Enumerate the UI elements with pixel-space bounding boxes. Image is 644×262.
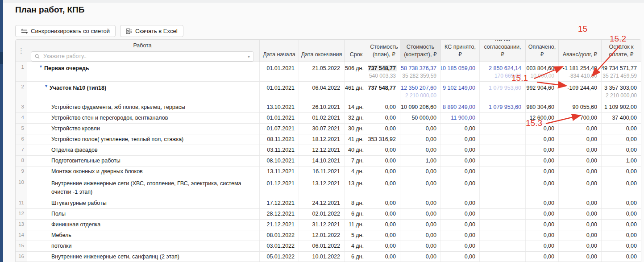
value-main: 13.12.2021	[312, 179, 340, 187]
value-main: 0,00	[385, 146, 396, 154]
column-header: КС принято, ₽	[441, 40, 480, 62]
value-main: 0,00	[544, 231, 554, 239]
cell-work-name: Финишная отделка	[27, 220, 260, 230]
chevron-down-icon[interactable]: ▾	[248, 54, 250, 60]
column-header: КС на согласовании, ₽	[480, 40, 526, 62]
table-row[interactable]: 12Полы28.12.202102.01.20226 дн.0,000,000…	[16, 209, 641, 220]
value-main: 1 079 953,60	[489, 84, 521, 92]
table-row[interactable]: 8Подготовительные работы08.10.202114.10.…	[16, 156, 641, 166]
cell-ks-pending: 2 850 624,14170 669,00	[480, 62, 526, 81]
value-main: 0,00	[626, 199, 637, 207]
sidebar-scroll-thumb[interactable]	[0, 52, 3, 64]
value-main: 0,00	[426, 242, 436, 250]
cell-duration: 14 дн.	[345, 102, 368, 112]
sync-with-estimate-button[interactable]: Синхронизировать со сметой	[15, 25, 116, 37]
value-main: 0,00	[626, 220, 637, 229]
cell-duration: 461 дн.	[345, 82, 368, 102]
cell-advance-debt: -1 181 254,40-834 410,00	[559, 62, 602, 81]
row-number: 3	[16, 102, 27, 112]
value-main: 0,00	[465, 253, 475, 261]
value-main: 0,00	[465, 157, 475, 165]
value-main: 0,00	[586, 231, 597, 239]
download-excel-button[interactable]: Скачать в Excel	[120, 25, 183, 37]
cell-work-name: Полы	[27, 209, 260, 219]
cell-start-date: 28.12.2021	[260, 209, 299, 219]
table-row[interactable]: 4Устройство стен и перегородок, венткана…	[16, 113, 641, 124]
value-main: 0,00	[385, 231, 396, 239]
cell-ks-pending: 1 079 953,60	[480, 82, 526, 102]
column-header: Дата начала	[260, 40, 299, 62]
work-name-label: Финишная отделка	[51, 220, 100, 229]
work-search-input[interactable]	[42, 53, 245, 60]
value-main: 0,00	[586, 135, 597, 143]
value-secondary: 2 210 000,00	[405, 92, 436, 100]
table-row[interactable]: 6Устройство полов( утепление, теплый пол…	[16, 134, 641, 145]
cell-advance-debt: -109 244,40	[559, 82, 602, 102]
table-row[interactable]: 1▾Первая очередь01.01.202121.05.2022506 …	[16, 62, 641, 82]
work-name-label: Мебель	[51, 231, 71, 240]
row-number: 12	[16, 209, 27, 219]
value-secondary: 2 210 000,00	[606, 92, 637, 100]
table-row[interactable]: 5Устройство кровли01.07.202130.07.202130…	[16, 124, 641, 134]
value-main: 0,00	[544, 199, 554, 207]
collapse-triangle-icon[interactable]: ▾	[40, 64, 42, 69]
value-main: 30 дн.	[348, 125, 364, 133]
cell-work-name: Устройство стен и перегородок, вентканал…	[27, 113, 260, 123]
value-main: 0,00	[385, 220, 396, 229]
work-name-label: Внутренние инженерные сети, санфаянц (2 …	[51, 253, 179, 261]
value-main: 7 дн.	[351, 157, 364, 165]
table-row[interactable]: 15потолки03.01.202206.01.20224 дн.0,000,…	[16, 241, 641, 252]
cell-end-date: 24.12.2021	[299, 198, 345, 208]
cell-work-name: Мебель	[27, 230, 260, 241]
table-header-row: ⋮Работа▾Дата началаДата окончанияСрокСто…	[16, 40, 641, 62]
cell-end-date: 31.12.2021	[299, 220, 345, 230]
value-main: 13.10.2021	[266, 103, 295, 111]
table-row[interactable]: 9Монтаж оконных и дверных блоков13.11.20…	[16, 166, 641, 177]
cell-end-date: 30.07.2021	[299, 124, 345, 134]
cell-work-name: Штукатурные работы	[27, 198, 260, 208]
value-main: 0,00	[586, 157, 597, 165]
cell-start-date: 08.11.2021	[260, 134, 299, 145]
cell-advance-debt: 0,00	[559, 145, 602, 155]
cell-paid: 9 003 804,6010 900,00	[526, 62, 559, 81]
table-row[interactable]: 13Финишная отделка21.12.202131.12.202111…	[16, 220, 641, 230]
collapse-triangle-icon[interactable]: ▾	[45, 84, 47, 88]
value-main: 10.01.2022	[312, 253, 340, 261]
value-main: 9 102 149,00	[443, 84, 475, 92]
cell-cost-plan: 0,00	[368, 124, 400, 134]
work-search-box[interactable]: ▾	[31, 51, 254, 62]
value-main: 0,00	[465, 231, 475, 239]
cell-remainder: 0,00	[602, 209, 641, 219]
value-main: 0,00	[385, 114, 396, 122]
value-main: 0,00	[385, 179, 396, 187]
value-main: 0,00	[586, 179, 597, 187]
value-main: 03.11.2021	[267, 146, 295, 154]
table-row[interactable]: 16Внутренние инженерные сети, санфаянц (…	[16, 252, 641, 262]
cell-start-date: 01.12.2021	[260, 177, 299, 198]
table-row[interactable]: 11Штукатурные работы17.12.202124.12.2021…	[16, 198, 641, 209]
cell-work-name: Подготовительные работы	[27, 156, 260, 166]
cell-paid: 0,00	[526, 124, 559, 134]
column-header: Срок	[345, 40, 368, 62]
table-row[interactable]: 10Внутренние инженерные сети (ХВС, отопл…	[16, 177, 641, 198]
table-row[interactable]: 3Устройство фудамента, жб полов, крылец,…	[16, 102, 641, 113]
value-main: 14.10.2021	[312, 157, 340, 165]
row-number: 14	[16, 230, 27, 241]
cell-paid: 0,00	[526, 166, 559, 177]
row-menu-kebab-icon[interactable]: ⋮	[16, 40, 27, 62]
table-row[interactable]: 14Мебель08.01.202212.01.20225 дн.0,000,0…	[16, 230, 641, 241]
cell-paid: 0,00	[526, 220, 559, 230]
cell-end-date: 14.10.2021	[299, 156, 345, 166]
cell-remainder: 1,00	[602, 156, 641, 166]
table-row[interactable]: 2▾Участок №10 (тип18)01.01.202106.04.202…	[16, 82, 641, 102]
value-main: 0,00	[586, 210, 597, 218]
column-header: Оплачено, ₽	[526, 40, 559, 62]
cell-end-date: 13.12.2021	[299, 177, 345, 198]
value-main: 0,00	[426, 146, 436, 154]
cell-ks-accepted: 0,00	[441, 134, 480, 145]
sidebar-strip	[0, 0, 3, 262]
value-main: 12.01.2022	[312, 231, 340, 239]
value-main: 0,00	[544, 242, 554, 250]
table-row[interactable]: 7Отделка фасадов03.11.202112.12.202140 д…	[16, 145, 641, 156]
value-main: 0,00	[385, 157, 396, 165]
